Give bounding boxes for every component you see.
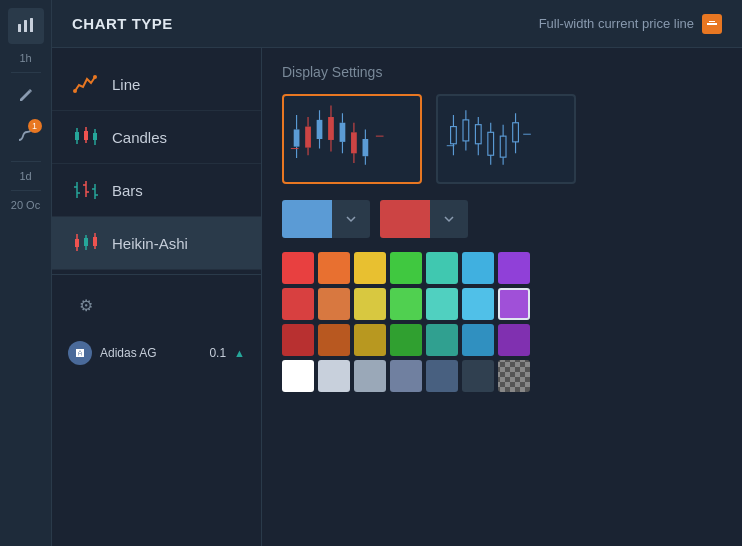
svg-rect-14 bbox=[93, 133, 97, 140]
svg-rect-1 bbox=[24, 20, 27, 32]
color-cell-23[interactable] bbox=[354, 360, 386, 392]
svg-rect-53 bbox=[363, 139, 369, 156]
color-cell-26[interactable] bbox=[462, 360, 494, 392]
color-cell-11[interactable] bbox=[426, 288, 458, 320]
svg-rect-8 bbox=[75, 132, 79, 140]
main-panel: CHART TYPE Full-width current price line bbox=[52, 0, 742, 546]
heikin-ashi-label: Heikin-Ashi bbox=[112, 235, 188, 252]
display-settings-title: Display Settings bbox=[282, 64, 722, 80]
color-cell-24[interactable] bbox=[390, 360, 422, 392]
color-selector-row bbox=[282, 200, 722, 238]
svg-point-6 bbox=[93, 75, 97, 79]
chart-type-heikin-ashi[interactable]: Heikin-Ashi bbox=[52, 217, 261, 270]
chart-type-button[interactable] bbox=[8, 8, 44, 44]
price-value: 0.1 bbox=[209, 346, 226, 360]
svg-rect-50 bbox=[351, 132, 357, 153]
sidebar-divider-3 bbox=[11, 190, 41, 191]
indicators-button[interactable]: 1 bbox=[8, 117, 44, 153]
svg-rect-38 bbox=[305, 127, 311, 148]
svg-rect-41 bbox=[317, 120, 323, 139]
heikin-ashi-icon bbox=[72, 229, 100, 257]
price-up-arrow: ▲ bbox=[234, 347, 245, 359]
color-cell-13[interactable] bbox=[498, 288, 530, 320]
price-line-label: Full-width current price line bbox=[539, 16, 694, 31]
bear-color-swatch[interactable] bbox=[380, 200, 430, 238]
line-icon bbox=[72, 70, 100, 98]
color-cell-20[interactable] bbox=[498, 324, 530, 356]
color-cell-21[interactable] bbox=[282, 360, 314, 392]
svg-rect-26 bbox=[75, 239, 79, 247]
color-cell-1[interactable] bbox=[318, 252, 350, 284]
draw-button[interactable] bbox=[8, 77, 44, 113]
color-cell-25[interactable] bbox=[426, 360, 458, 392]
svg-rect-0 bbox=[18, 24, 21, 32]
svg-rect-4 bbox=[709, 21, 715, 22]
color-cell-10[interactable] bbox=[390, 288, 422, 320]
chart-type-line[interactable]: Line bbox=[52, 58, 261, 111]
bars-icon bbox=[72, 176, 100, 204]
color-cell-4[interactable] bbox=[426, 252, 458, 284]
color-cell-15[interactable] bbox=[318, 324, 350, 356]
bear-color-select bbox=[380, 200, 468, 238]
price-line-toggle[interactable] bbox=[702, 14, 722, 34]
content-area: Line Candles bbox=[52, 48, 742, 546]
color-cell-0[interactable] bbox=[282, 252, 314, 284]
preview-row bbox=[282, 94, 722, 184]
color-cell-22[interactable] bbox=[318, 360, 350, 392]
svg-rect-3 bbox=[707, 23, 717, 25]
color-cell-2[interactable] bbox=[354, 252, 386, 284]
settings-gear-button[interactable]: ⚙ bbox=[68, 287, 104, 323]
svg-rect-64 bbox=[475, 125, 481, 144]
color-cell-6[interactable] bbox=[498, 252, 530, 284]
bull-color-dropdown[interactable] bbox=[332, 200, 370, 238]
svg-rect-70 bbox=[500, 136, 506, 157]
color-cell-27[interactable] bbox=[498, 360, 530, 392]
color-cell-5[interactable] bbox=[462, 252, 494, 284]
preview-colored[interactable] bbox=[282, 94, 422, 184]
svg-point-5 bbox=[73, 89, 77, 93]
bars-label: Bars bbox=[112, 182, 143, 199]
color-cell-7[interactable] bbox=[282, 288, 314, 320]
header-right: Full-width current price line bbox=[539, 14, 722, 34]
color-cell-9[interactable] bbox=[354, 288, 386, 320]
svg-rect-32 bbox=[93, 237, 97, 246]
line-label: Line bbox=[112, 76, 140, 93]
left-sidebar: 1h 1 1d 20 Oc bbox=[0, 0, 52, 546]
svg-rect-67 bbox=[488, 132, 494, 155]
bear-color-dropdown[interactable] bbox=[430, 200, 468, 238]
bull-color-swatch[interactable] bbox=[282, 200, 332, 238]
preview-outline[interactable] bbox=[436, 94, 576, 184]
svg-rect-35 bbox=[294, 129, 300, 146]
color-cell-19[interactable] bbox=[462, 324, 494, 356]
svg-rect-2 bbox=[30, 18, 33, 32]
display-settings-panel: Display Settings bbox=[262, 48, 742, 546]
color-cell-3[interactable] bbox=[390, 252, 422, 284]
time-label-1h[interactable]: 1h bbox=[11, 48, 39, 68]
date-label: 20 Oc bbox=[3, 195, 48, 215]
svg-rect-61 bbox=[463, 120, 469, 141]
chart-type-bars[interactable]: Bars bbox=[52, 164, 261, 217]
sidebar-divider-2 bbox=[11, 161, 41, 162]
color-cell-17[interactable] bbox=[390, 324, 422, 356]
svg-rect-58 bbox=[451, 127, 457, 144]
chart-type-candles[interactable]: Candles bbox=[52, 111, 261, 164]
svg-rect-73 bbox=[513, 123, 519, 142]
time-label-1d[interactable]: 1d bbox=[11, 166, 39, 186]
company-name: Adidas AG bbox=[100, 346, 157, 360]
header: CHART TYPE Full-width current price line bbox=[52, 0, 742, 48]
color-cell-12[interactable] bbox=[462, 288, 494, 320]
svg-rect-47 bbox=[340, 123, 346, 142]
adidas-logo: 🅰 bbox=[68, 341, 92, 365]
svg-rect-11 bbox=[84, 131, 88, 140]
panel-title: CHART TYPE bbox=[72, 15, 173, 32]
candles-label: Candles bbox=[112, 129, 167, 146]
color-cell-18[interactable] bbox=[426, 324, 458, 356]
sidebar-divider-1 bbox=[11, 72, 41, 73]
color-cell-16[interactable] bbox=[354, 324, 386, 356]
color-cell-14[interactable] bbox=[282, 324, 314, 356]
candles-icon bbox=[72, 123, 100, 151]
svg-rect-44 bbox=[328, 117, 334, 140]
indicator-badge: 1 bbox=[28, 119, 42, 133]
chart-type-list: Line Candles bbox=[52, 48, 262, 546]
color-cell-8[interactable] bbox=[318, 288, 350, 320]
